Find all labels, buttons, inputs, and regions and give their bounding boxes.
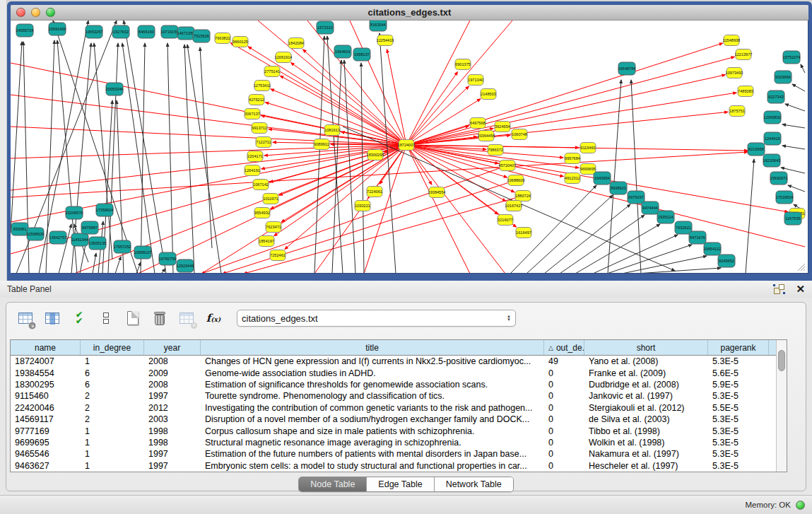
network-node[interactable]: 7485083 xyxy=(738,86,753,97)
table-cell[interactable]: 6 xyxy=(81,380,144,390)
network-node[interactable]: 14671358 xyxy=(177,27,195,40)
network-node[interactable]: 4912312 xyxy=(565,173,580,184)
table-selector-dropdown[interactable]: citations_edges.txt ▲▼ xyxy=(237,310,516,327)
table-cell[interactable]: 1998 xyxy=(144,426,201,436)
network-node-hub[interactable]: 18724007 xyxy=(398,140,416,151)
network-node[interactable]: 1167535 xyxy=(784,212,801,225)
table-scrollbar-thumb[interactable] xyxy=(778,350,785,371)
network-node[interactable]: 24055724 xyxy=(16,24,34,37)
network-node[interactable]: 13505135 xyxy=(89,237,107,250)
network-node[interactable]: 10973493 xyxy=(726,68,743,78)
table-cell[interactable]: 2 xyxy=(81,391,144,401)
network-node[interactable]: 1698137 xyxy=(353,48,370,61)
network-node[interactable]: 1060748 xyxy=(512,129,527,140)
table-cell[interactable]: 0 xyxy=(544,426,584,436)
network-node[interactable]: 6901375 xyxy=(455,59,471,70)
table-row[interactable]: 969969511998Structural magnetic resonanc… xyxy=(11,437,776,448)
network-node[interactable]: 8215958 xyxy=(748,143,765,156)
table-cell[interactable]: 5.3E-5 xyxy=(708,414,769,424)
table-cell[interactable]: 1 xyxy=(81,438,144,448)
table-cell[interactable]: 5.3E-5 xyxy=(708,356,769,366)
table-cell[interactable]: 1997 xyxy=(144,449,201,459)
table-cell[interactable]: Changes of HCN gene expression and I(f) … xyxy=(201,356,544,366)
network-node[interactable]: 16648784 xyxy=(618,62,636,75)
column-header-in_degree[interactable]: in_degree xyxy=(81,340,144,355)
table-cell[interactable]: 5.9E-5 xyxy=(708,380,769,390)
network-node[interactable]: 10654112 xyxy=(704,243,721,255)
table-row[interactable]: 946362711997Embryonic stem cells: a mode… xyxy=(11,460,776,472)
network-node[interactable]: 835081 xyxy=(11,223,28,235)
network-node[interactable]: 12093832 xyxy=(764,111,782,124)
table-cell[interactable]: Structural magnetic resonance image aver… xyxy=(201,438,544,448)
network-node[interactable]: 20691406 xyxy=(49,23,66,35)
table-scrollbar[interactable] xyxy=(776,340,787,472)
table-cell[interactable]: 18724007 xyxy=(11,356,81,366)
table-cell[interactable]: 5.3E-5 xyxy=(708,461,769,471)
network-node[interactable]: 9913711 xyxy=(252,123,267,134)
network-node[interactable]: 12753411 xyxy=(254,81,271,91)
table-cell[interactable]: 2 xyxy=(81,403,144,413)
table-cell[interactable]: 1998 xyxy=(144,438,201,448)
network-node[interactable]: 6497568 xyxy=(470,118,486,129)
table-cell[interactable]: 6 xyxy=(81,368,144,378)
table-cell[interactable]: 9699695 xyxy=(11,438,81,448)
table-cell[interactable]: 1 xyxy=(81,449,144,459)
table-row[interactable]: 2242004622012Investigating the contribut… xyxy=(11,402,776,414)
table-cell[interactable]: 14569117 xyxy=(11,414,81,424)
function-builder-icon[interactable]: f(x) xyxy=(204,309,223,327)
table-cell[interactable]: Franke et al. (2009) xyxy=(584,368,708,378)
network-node[interactable]: 9115460 xyxy=(580,143,596,153)
table-cell[interactable]: 1997 xyxy=(144,391,201,401)
tab-network-table[interactable]: Network Table xyxy=(435,477,513,491)
table-cell[interactable]: Dudbridge et al. (2008) xyxy=(584,380,708,390)
network-node[interactable]: 20053346 xyxy=(106,83,124,95)
network-node[interactable]: 20206576 xyxy=(66,206,83,219)
table-cell[interactable]: 2009 xyxy=(144,368,201,378)
network-node[interactable]: 8938923 xyxy=(610,182,627,194)
new-column-icon[interactable] xyxy=(124,309,142,327)
network-graph[interactable]: 1872400718300295193845546497568362455420… xyxy=(11,21,807,273)
network-node[interactable]: 1875751 xyxy=(729,106,745,117)
tab-node-table[interactable]: Node Table xyxy=(299,477,367,491)
table-cell[interactable]: 18300295 xyxy=(11,380,81,390)
network-node[interactable]: 8163044 xyxy=(370,21,387,31)
network-node[interactable]: 8471676 xyxy=(689,231,706,244)
table-cell[interactable]: 0 xyxy=(544,368,584,378)
network-node[interactable]: 3624554 xyxy=(495,122,510,132)
network-node[interactable]: 12254419 xyxy=(377,35,394,46)
network-node[interactable]: 1244415 xyxy=(764,132,781,145)
network-node[interactable]: 13942757 xyxy=(49,231,67,244)
network-canvas[interactable]: 1872400718300295193845546497568362455420… xyxy=(11,21,807,273)
network-node[interactable]: 15692971 xyxy=(770,172,788,185)
table-cell[interactable]: Stergiakouli et al. (2012) xyxy=(584,403,708,413)
table-cell[interactable]: 0 xyxy=(544,438,584,448)
table-cell[interactable]: Embryonic stem cells: a model to study s… xyxy=(201,461,544,471)
network-node[interactable]: 15751074 xyxy=(783,51,801,64)
network-node[interactable]: 1030221 xyxy=(355,201,370,211)
table-row[interactable]: 1456911722003Disruption of a novel membe… xyxy=(11,414,776,425)
table-cell[interactable]: 2008 xyxy=(144,380,201,390)
network-node[interactable]: 1616497 xyxy=(516,228,531,238)
network-node[interactable]: 6679197 xyxy=(628,191,645,204)
network-node[interactable]: 1842084 xyxy=(288,38,304,49)
columns-icon[interactable] xyxy=(97,309,115,327)
table-cell[interactable]: 22420046 xyxy=(11,403,81,413)
table-cell[interactable]: 0 xyxy=(544,461,584,471)
network-node[interactable]: 11568629 xyxy=(27,228,44,240)
network-node[interactable]: 2148503 xyxy=(481,89,496,100)
table-cell[interactable]: Estimation of the future numbers of pati… xyxy=(201,449,544,459)
network-node[interactable]: 10653257 xyxy=(86,25,103,38)
table-cell[interactable]: 5.6E-5 xyxy=(708,368,769,378)
resize-grip-icon[interactable] xyxy=(796,262,806,271)
network-node[interactable]: 9227343 xyxy=(767,90,784,103)
table-cell[interactable]: 9115460 xyxy=(11,391,81,401)
select-rows-icon[interactable]: ✔✔ xyxy=(70,309,88,327)
network-node[interactable]: 9245652 xyxy=(718,255,735,267)
network-node[interactable]: 1067142 xyxy=(253,180,269,190)
network-node[interactable]: 10167427 xyxy=(505,201,523,211)
network-node[interactable]: 16210643 xyxy=(763,154,781,167)
network-node[interactable]: 1664601 xyxy=(334,45,351,58)
table-cell[interactable]: 2 xyxy=(81,414,144,424)
network-node[interactable]: 17359924 xyxy=(96,204,114,216)
column-header-name[interactable]: name xyxy=(11,340,81,355)
